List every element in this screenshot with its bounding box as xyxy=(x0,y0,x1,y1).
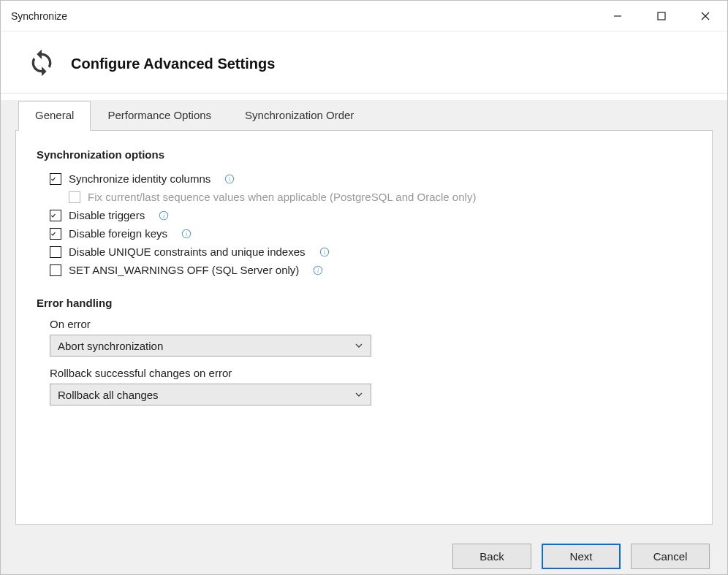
content-area: General Performance Options Synchronizat… xyxy=(1,100,727,575)
tab-panel-general: Synchronization options Synchronize iden… xyxy=(15,130,713,525)
checkbox-box[interactable] xyxy=(50,210,61,221)
back-button[interactable]: Back xyxy=(452,544,531,569)
checkbox-label: Synchronize identity columns xyxy=(69,172,211,185)
wizard-footer: Back Next Cancel xyxy=(1,533,727,575)
checkbox-ansi-warnings[interactable]: SET ANSI_WARNINGS OFF (SQL Server only) … xyxy=(37,261,691,279)
window-controls xyxy=(596,1,727,31)
checkbox-disable-unique[interactable]: Disable UNIQUE constraints and unique in… xyxy=(37,243,691,261)
checkbox-box[interactable] xyxy=(50,173,61,185)
checkbox-box[interactable] xyxy=(50,246,61,258)
svg-line-2 xyxy=(702,12,709,20)
titlebar: Synchronize xyxy=(1,1,727,31)
info-icon[interactable]: i xyxy=(224,173,235,185)
chevron-down-icon xyxy=(354,340,363,352)
on-error-select[interactable]: Abort synchronization xyxy=(50,335,371,357)
checkbox-label: Fix current/last sequence values when ap… xyxy=(88,191,476,203)
section-heading-error-handling: Error handling xyxy=(37,297,691,309)
page-title: Configure Advanced Settings xyxy=(71,56,275,72)
next-button[interactable]: Next xyxy=(542,544,621,569)
tabs-container: General Performance Options Synchronizat… xyxy=(1,100,727,525)
close-button[interactable] xyxy=(683,1,727,31)
tab-general[interactable]: General xyxy=(18,101,91,131)
field-rollback: Rollback successful changes on error Rol… xyxy=(50,367,691,405)
info-icon[interactable]: i xyxy=(158,210,170,221)
checkbox-label: SET ANSI_WARNINGS OFF (SQL Server only) xyxy=(69,264,299,276)
checkbox-box xyxy=(69,191,80,203)
svg-text:i: i xyxy=(229,175,230,182)
page-header: Configure Advanced Settings xyxy=(1,31,727,94)
info-icon[interactable]: i xyxy=(319,246,330,258)
info-icon[interactable]: i xyxy=(181,228,192,240)
tab-strip: General Performance Options Synchronizat… xyxy=(18,101,727,131)
checkbox-label: Disable foreign keys xyxy=(69,227,167,240)
svg-line-3 xyxy=(702,12,709,20)
section-heading-sync-options: Synchronization options xyxy=(37,148,691,161)
field-label: On error xyxy=(50,318,691,330)
select-value: Rollback all changes xyxy=(58,389,159,401)
window-title: Synchronize xyxy=(11,10,67,22)
checkbox-box[interactable] xyxy=(50,228,61,240)
checkbox-label: Disable UNIQUE constraints and unique in… xyxy=(69,245,306,258)
tab-performance-options[interactable]: Performance Options xyxy=(91,101,228,131)
field-on-error: On error Abort synchronization xyxy=(50,318,691,357)
field-label: Rollback successful changes on error xyxy=(50,367,691,379)
svg-text:i: i xyxy=(163,212,164,218)
checkbox-disable-triggers[interactable]: Disable triggers i xyxy=(37,206,691,224)
checkbox-label: Disable triggers xyxy=(69,209,145,221)
checkbox-disable-foreign-keys[interactable]: Disable foreign keys i xyxy=(37,224,691,243)
tab-synchronization-order[interactable]: Synchronization Order xyxy=(228,101,371,131)
select-value: Abort synchronization xyxy=(58,340,163,352)
chevron-down-icon xyxy=(354,389,363,401)
rollback-select[interactable]: Rollback all changes xyxy=(50,384,371,405)
svg-text:i: i xyxy=(186,230,187,237)
svg-rect-1 xyxy=(658,12,665,20)
sync-icon xyxy=(27,48,56,80)
minimize-button[interactable] xyxy=(596,1,640,31)
info-icon[interactable]: i xyxy=(312,264,324,276)
checkbox-fix-sequence: Fix current/last sequence values when ap… xyxy=(37,188,691,206)
svg-text:i: i xyxy=(317,267,319,273)
checkbox-box[interactable] xyxy=(50,264,61,276)
cancel-button[interactable]: Cancel xyxy=(631,544,710,569)
svg-text:i: i xyxy=(323,248,325,255)
maximize-button[interactable] xyxy=(640,1,683,31)
checkbox-sync-identity[interactable]: Synchronize identity columns i xyxy=(37,170,691,188)
